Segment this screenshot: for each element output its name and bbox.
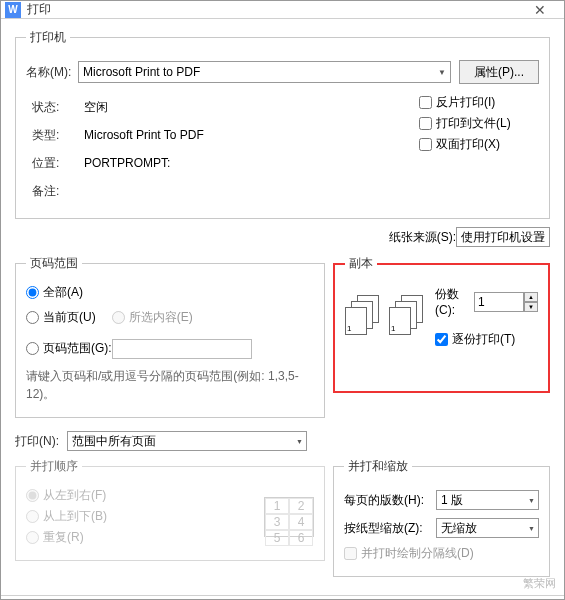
order-diagram: 123456	[264, 497, 314, 537]
order-lr-radio: 从左到右(F)	[26, 487, 264, 504]
range-pages-input[interactable]	[112, 339, 252, 359]
bottom-bar: 选项(O)... ▶ 操作技巧 确定 关闭	[1, 595, 564, 600]
comment-label: 备注:	[32, 183, 84, 200]
print-dialog: W 打印 ✕ 打印机 名称(M): Microsoft Print to PDF…	[0, 0, 565, 600]
print-to-file-checkbox[interactable]: 打印到文件(L)	[419, 115, 539, 132]
type-value: Microsoft Print To PDF	[84, 128, 204, 142]
range-hint: 请键入页码和/或用逗号分隔的页码范围(例如: 1,3,5-12)。	[26, 367, 314, 403]
copies-group: 副本 3 2 1 3 2 1	[333, 255, 550, 393]
printer-name-select[interactable]: Microsoft Print to PDF	[78, 61, 451, 83]
type-label: 类型:	[32, 127, 84, 144]
scale-label: 按纸型缩放(Z):	[344, 520, 436, 537]
copies-legend: 副本	[345, 255, 377, 272]
paper-source-row: 纸张来源(S): 使用打印机设置	[15, 227, 550, 247]
print-order-group: 并打顺序 从左到右(F) 从上到下(B) 重复(R) 123456	[15, 458, 325, 561]
copies-input[interactable]	[474, 292, 524, 312]
range-pages-radio[interactable]: 页码范围(G):	[26, 340, 112, 357]
range-current-radio[interactable]: 当前页(U)	[26, 309, 96, 326]
reverse-print-checkbox[interactable]: 反片打印(I)	[419, 94, 539, 111]
page-range-legend: 页码范围	[26, 255, 82, 272]
print-what-label: 打印(N):	[15, 433, 67, 450]
content-area: 打印机 名称(M): Microsoft Print to PDF 属性(P).…	[1, 19, 564, 595]
status-value: 空闲	[84, 99, 108, 116]
printer-group: 打印机 名称(M): Microsoft Print to PDF 属性(P).…	[15, 29, 550, 219]
where-value: PORTPROMPT:	[84, 156, 170, 170]
spin-up-icon[interactable]: ▲	[524, 292, 538, 302]
print-what-select[interactable]: 范围中所有页面	[67, 431, 307, 451]
duplex-checkbox[interactable]: 双面打印(X)	[419, 136, 539, 153]
paper-source-label: 纸张来源(S):	[389, 229, 456, 246]
spin-down-icon[interactable]: ▼	[524, 302, 538, 312]
range-selection-radio: 所选内容(E)	[112, 309, 193, 326]
collate-diagram: 3 2 1 3 2 1	[345, 295, 427, 337]
per-sheet-select[interactable]: 1 版	[436, 490, 539, 510]
draw-lines-checkbox: 并打时绘制分隔线(D)	[344, 545, 539, 562]
copies-spinner[interactable]: ▲▼	[474, 292, 538, 312]
per-sheet-label: 每页的版数(H):	[344, 492, 436, 509]
close-icon[interactable]: ✕	[520, 2, 560, 18]
paper-source-select[interactable]: 使用打印机设置	[456, 227, 550, 247]
status-label: 状态:	[32, 99, 84, 116]
collate-checkbox[interactable]: 逐份打印(T)	[435, 331, 538, 348]
copies-count-label: 份数(C):	[435, 286, 468, 317]
where-label: 位置:	[32, 155, 84, 172]
properties-button[interactable]: 属性(P)...	[459, 60, 539, 84]
window-title: 打印	[27, 1, 520, 18]
zoom-group: 并打和缩放 每页的版数(H): 1 版 按纸型缩放(Z): 无缩放 并打时绘制分…	[333, 458, 550, 577]
scale-select[interactable]: 无缩放	[436, 518, 539, 538]
watermark: 繁荣网	[523, 576, 556, 591]
app-icon: W	[5, 2, 21, 18]
print-order-legend: 并打顺序	[26, 458, 82, 475]
titlebar: W 打印 ✕	[1, 1, 564, 19]
zoom-legend: 并打和缩放	[344, 458, 412, 475]
order-repeat-radio: 重复(R)	[26, 529, 264, 546]
page-range-group: 页码范围 全部(A) 当前页(U) 所选内容(E) 页码范围(G): 请键入页码…	[15, 255, 325, 418]
name-label: 名称(M):	[26, 64, 78, 81]
order-tb-radio: 从上到下(B)	[26, 508, 264, 525]
printer-legend: 打印机	[26, 29, 70, 46]
range-all-radio[interactable]: 全部(A)	[26, 284, 314, 301]
